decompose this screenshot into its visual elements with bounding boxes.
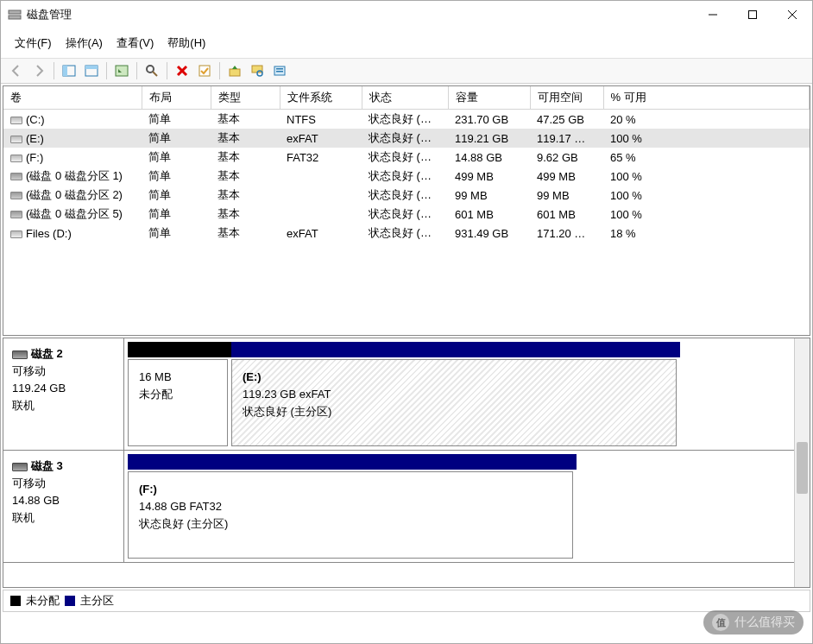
volume-free: 601 MB [530,205,603,224]
disk-partitions: (F:)14.88 GB FAT32状态良好 (主分区) [124,451,810,562]
volume-free: 499 MB [530,167,603,186]
volume-row[interactable]: (C:)简单基本NTFS状态良好 (…231.70 GB47.25 GB20 % [3,110,810,129]
delete-button[interactable] [172,60,192,81]
volume-icon [10,230,22,238]
volume-row[interactable]: Files (D:)简单基本exFAT状态良好 (…931.49 GB171.2… [3,224,810,243]
svg-rect-15 [199,66,210,76]
volume-capacity: 601 MB [448,205,530,224]
volume-row[interactable]: (E:)简单基本exFAT状态良好 (…119.21 GB119.17 …100… [3,129,810,148]
col-status[interactable]: 状态 [362,86,448,110]
col-capacity[interactable]: 容量 [448,86,530,110]
volume-name: Files (D:) [26,227,72,240]
volume-row[interactable]: (磁盘 0 磁盘分区 2)简单基本状态良好 (…99 MB99 MB100 % [3,186,810,205]
maximize-button[interactable] [733,1,772,28]
partition-box[interactable]: (F:)14.88 GB FAT32状态良好 (主分区) [128,471,573,559]
menu-help[interactable]: 帮助(H) [161,32,212,54]
col-layout[interactable]: 布局 [142,86,211,110]
volume-list[interactable]: 卷 布局 类型 文件系统 状态 容量 可用空间 % 可用 (C:)简单基本NTF… [3,85,810,336]
volume-fs [280,167,362,186]
extend-button[interactable] [224,60,245,81]
close-button[interactable] [772,1,812,28]
back-button[interactable] [6,60,27,81]
volume-capacity: 931.49 GB [448,224,530,243]
volume-row[interactable]: (F:)简单基本FAT32状态良好 (…14.88 GB9.62 GB65 % [3,148,810,167]
volume-icon [10,211,22,218]
volume-capacity: 99 MB [448,186,530,205]
volume-free: 171.20 … [530,224,603,243]
volume-free: 119.17 … [530,129,603,148]
disk-info: 磁盘 3可移动14.88 GB联机 [3,451,124,562]
scroll-thumb[interactable] [797,442,808,494]
partition-status: 状态良好 (主分区) [139,515,562,533]
disk-partitions: 16 MB未分配(E:)119.23 GB exFAT状态良好 (主分区) [124,338,810,450]
volume-layout: 简单 [142,224,211,243]
disk-icon [12,350,28,359]
volume-layout: 简单 [142,167,211,186]
volume-capacity: 14.88 GB [448,148,530,167]
forward-button[interactable] [28,60,49,81]
volume-fs [280,186,362,205]
toolbar [1,58,812,84]
volume-icon [10,136,22,143]
col-volume[interactable]: 卷 [3,86,142,110]
scrollbar[interactable] [794,338,810,587]
volume-capacity: 231.70 GB [448,110,530,129]
minimize-button[interactable] [693,1,733,28]
partition-box[interactable]: (E:)119.23 GB exFAT状态良好 (主分区) [231,359,677,446]
legend-label-unallocated: 未分配 [26,593,60,609]
volume-pct: 100 % [603,167,810,186]
volume-type: 基本 [211,224,280,243]
volume-row[interactable]: (磁盘 0 磁盘分区 5)简单基本状态良好 (…601 MB601 MB100 … [3,205,810,224]
legend: 未分配 主分区 [3,590,810,612]
partition-title: (E:) [243,369,665,386]
col-free[interactable]: 可用空间 [530,86,603,110]
watermark-logo-icon: 值 [712,614,729,631]
partition-box[interactable]: 16 MB未分配 [128,359,228,446]
titlebar: 磁盘管理 [1,1,812,28]
show-hide-action-button[interactable] [81,60,102,81]
toolbar-separator [54,62,54,79]
watermark-text: 什么值得买 [734,615,795,630]
show-hide-console-button[interactable] [59,60,79,81]
volume-fs: FAT32 [280,148,362,167]
menu-view[interactable]: 查看(V) [110,32,161,54]
volume-type: 基本 [211,110,280,129]
volume-fs [280,205,362,224]
header-segment [128,342,231,357]
volume-fs: NTFS [280,110,362,129]
menu-file[interactable]: 文件(F) [8,32,59,54]
volume-pct: 65 % [603,148,810,167]
volume-pct: 20 % [603,110,810,129]
legend-label-primary: 主分区 [80,593,114,609]
volume-free: 99 MB [530,186,603,205]
volume-row[interactable]: (磁盘 0 磁盘分区 1)简单基本状态良好 (…499 MB499 MB100 … [3,167,810,186]
toolbar-separator [167,62,167,79]
legend-swatch-primary [65,596,75,606]
disk-info: 磁盘 2可移动119.24 GB联机 [3,338,124,450]
help-button[interactable] [269,60,290,81]
volume-fs: exFAT [280,129,362,148]
settings-button[interactable] [111,60,132,81]
disk-size: 14.88 GB [12,492,115,509]
refresh-button[interactable] [142,60,162,81]
col-fs[interactable]: 文件系统 [280,86,362,110]
volume-type: 基本 [211,167,280,186]
properties-button[interactable] [194,60,215,81]
volume-icon [10,117,22,124]
partition-title: (F:) [139,481,562,498]
volume-pct: 100 % [603,186,810,205]
col-pctfree[interactable]: % 可用 [603,86,810,110]
shrink-button[interactable] [247,60,268,81]
partition-status: 状态良好 (主分区) [243,403,665,420]
volume-capacity: 499 MB [448,167,530,186]
window-title: 磁盘管理 [27,7,693,22]
menubar: 文件(F) 操作(A) 查看(V) 帮助(H) [1,28,812,58]
volume-free: 47.25 GB [530,110,603,129]
volume-type: 基本 [211,186,280,205]
volume-capacity: 119.21 GB [448,129,530,148]
menu-action[interactable]: 操作(A) [59,32,110,54]
volume-fs: exFAT [280,224,362,243]
volume-header-row: 卷 布局 类型 文件系统 状态 容量 可用空间 % 可用 [3,86,810,110]
col-type[interactable]: 类型 [211,86,280,110]
volume-type: 基本 [211,205,280,224]
